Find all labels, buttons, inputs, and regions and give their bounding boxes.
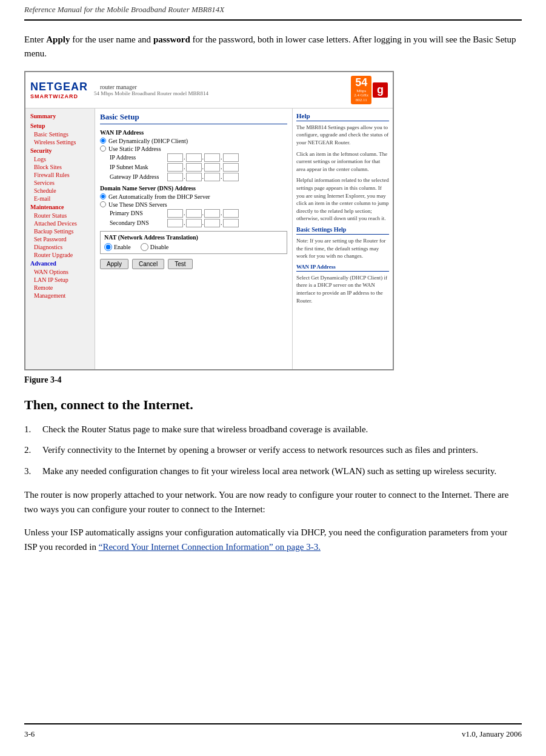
footer-left: 3-6 <box>24 729 35 739</box>
help-text-3: Helpful information related to the selec… <box>296 176 389 222</box>
subnet-octet-2[interactable] <box>186 163 202 172</box>
dns-manual-option[interactable]: Use These DNS Servers <box>100 201 287 208</box>
router-manager-label: router manager <box>100 84 208 90</box>
ip-address-inputs: . . . <box>167 153 239 162</box>
subnet-label: IP Subnet Mask <box>110 164 167 170</box>
sidebar-firewall-rules[interactable]: Firewall Rules <box>25 171 95 179</box>
nat-disable-option[interactable]: Disable <box>141 243 169 251</box>
router-sidebar: Summary Setup Basic Settings Wireless Se… <box>25 109 95 369</box>
ip-octet-2[interactable] <box>186 153 202 162</box>
nat-enable-label: Enable <box>114 244 131 250</box>
secondary-dns-inputs: . . . <box>167 219 239 227</box>
dns-manual-radio[interactable] <box>100 201 106 207</box>
sidebar-summary[interactable]: Summary <box>25 111 95 121</box>
sidebar-router-status[interactable]: Router Status <box>25 212 95 219</box>
sidebar-lan-ip-setup[interactable]: LAN IP Setup <box>25 276 95 284</box>
gateway-octet-4[interactable] <box>223 173 239 181</box>
step-2: 2. Verify connectivity to the Internet b… <box>24 443 522 457</box>
router-header: NETGEAR SMARTWIZARD router manager 54 Mb… <box>25 72 393 109</box>
sidebar-logs[interactable]: Logs <box>25 155 95 163</box>
subnet-octet-3[interactable] <box>204 163 220 172</box>
step-1-text: Check the Router Status page to make sur… <box>42 423 522 437</box>
speed-std: 802.11 <box>354 98 368 103</box>
pdns-octet-4[interactable] <box>223 209 239 218</box>
apply-button[interactable]: Apply <box>100 259 128 269</box>
paragraph-2: Unless your ISP automatically assigns yo… <box>24 525 522 554</box>
footer-right: v1.0, January 2006 <box>462 729 522 739</box>
gateway-label: Gateway IP Address <box>110 173 167 180</box>
gateway-row: Gateway IP Address . . . <box>110 173 287 181</box>
subnet-octet-4[interactable] <box>223 163 239 172</box>
step-3-number: 3. <box>24 464 42 478</box>
dns-auto-label: Get Automatically from the DHCP Server <box>108 193 210 200</box>
sidebar-attached-devices[interactable]: Attached Devices <box>25 219 95 227</box>
sidebar-management[interactable]: Management <box>25 292 95 299</box>
paragraph-2-link[interactable]: “Record Your Internet Connection Informa… <box>99 542 321 552</box>
nat-section: NAT (Network Address Translation) Enable… <box>100 231 287 254</box>
ip-octet-3[interactable] <box>204 153 220 162</box>
sidebar-wan-options[interactable]: WAN Options <box>25 268 95 276</box>
sdns-octet-2[interactable] <box>186 219 202 227</box>
figure-caption: Figure 3-4 <box>24 375 522 385</box>
intro-paragraph: Enter Apply for the user name and passwo… <box>24 33 522 60</box>
help-title: Help <box>296 112 389 121</box>
pdns-octet-3[interactable] <box>204 209 220 218</box>
paragraph-1: The router is now properly attached to y… <box>24 487 522 517</box>
sidebar-advanced-label: Advanced <box>25 259 95 268</box>
dhcp-option[interactable]: Get Dynamically (DHCP Client) <box>100 138 287 144</box>
gateway-octet-1[interactable] <box>167 173 183 181</box>
sdns-octet-1[interactable] <box>167 219 183 227</box>
sidebar-services[interactable]: Services <box>25 179 95 187</box>
dns-auto-option[interactable]: Get Automatically from the DHCP Server <box>100 193 287 200</box>
ip-address-label: IP Address <box>110 154 167 161</box>
page-footer: 3-6 v1.0, January 2006 <box>24 723 522 744</box>
sidebar-block-sites[interactable]: Block Sites <box>25 163 95 171</box>
sidebar-backup-settings[interactable]: Backup Settings <box>25 227 95 235</box>
nat-options: Enable Disable <box>104 243 283 251</box>
pdns-octet-2[interactable] <box>186 209 202 218</box>
sdns-octet-3[interactable] <box>204 219 220 227</box>
ip-octet-1[interactable] <box>167 153 183 162</box>
static-label: Use Static IP Address <box>108 146 161 152</box>
sidebar-schedule[interactable]: Schedule <box>25 187 95 195</box>
sidebar-wireless-settings[interactable]: Wireless Settings <box>25 138 95 146</box>
admin-bold: Apply <box>46 35 70 44</box>
router-screenshot: NETGEAR SMARTWIZARD router manager 54 Mb… <box>24 71 394 370</box>
gateway-octet-3[interactable] <box>204 173 220 181</box>
sdns-octet-4[interactable] <box>223 219 239 227</box>
cancel-button[interactable]: Cancel <box>132 259 164 269</box>
nat-enable-option[interactable]: Enable <box>104 243 131 251</box>
nat-title: NAT (Network Address Translation) <box>104 234 283 241</box>
router-body: Summary Setup Basic Settings Wireless Se… <box>25 109 393 369</box>
dns-auto-radio[interactable] <box>100 193 106 199</box>
sidebar-diagnostics[interactable]: Diagnostics <box>25 243 95 251</box>
gateway-octet-2[interactable] <box>186 173 202 181</box>
dhcp-radio[interactable] <box>100 138 106 144</box>
netgear-logo: NETGEAR SMARTWIZARD <box>30 81 88 99</box>
speed-g: g <box>373 82 388 98</box>
pdns-octet-1[interactable] <box>167 209 183 218</box>
ip-octet-4[interactable] <box>223 153 239 162</box>
sidebar-set-password[interactable]: Set Password <box>25 235 95 243</box>
nat-enable-radio[interactable] <box>104 243 112 251</box>
primary-dns-inputs: . . . <box>167 209 239 218</box>
sidebar-router-upgrade[interactable]: Router Upgrade <box>25 251 95 259</box>
sidebar-remote[interactable]: Remote <box>25 284 95 292</box>
subnet-octet-1[interactable] <box>167 163 183 172</box>
sidebar-email[interactable]: E-mail <box>25 195 95 202</box>
test-button[interactable]: Test <box>168 259 192 269</box>
steps-list: 1. Check the Router Status page to make … <box>24 423 522 478</box>
static-option[interactable]: Use Static IP Address <box>100 146 287 152</box>
basic-setup-title: Basic Setup <box>100 112 287 124</box>
secondary-dns-label: Secondary DNS <box>110 219 167 226</box>
sidebar-security-label: Security <box>25 146 95 155</box>
help-text-1: The MBR814 Settings pages allow you to c… <box>296 124 389 147</box>
wan-ip-help-title: WAN IP Address <box>296 264 389 272</box>
router-model: 54 Mbps Mobile Broadband Router model MB… <box>94 90 208 96</box>
nat-disable-radio[interactable] <box>141 243 148 251</box>
sidebar-basic-settings[interactable]: Basic Settings <box>25 130 95 138</box>
subnet-inputs: . . . <box>167 163 239 172</box>
step-1: 1. Check the Router Status page to make … <box>24 423 522 437</box>
dhcp-label: Get Dynamically (DHCP Client) <box>108 138 188 144</box>
static-radio[interactable] <box>100 146 106 152</box>
